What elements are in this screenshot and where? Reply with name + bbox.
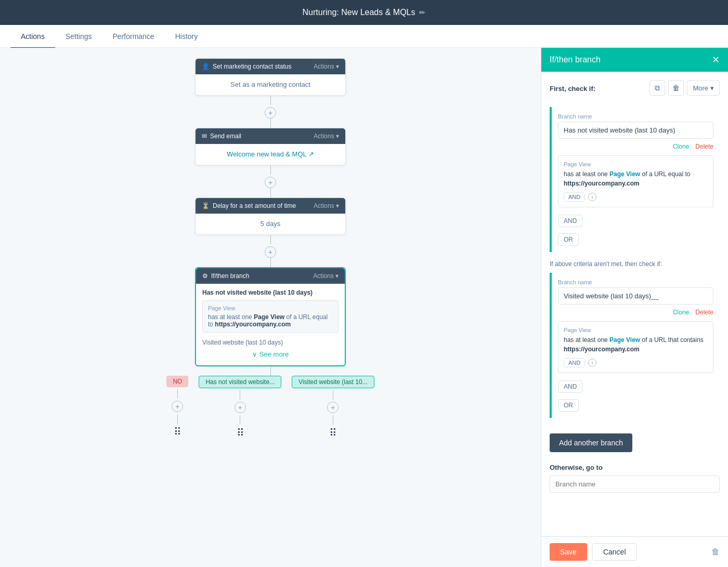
node-set-marketing-actions[interactable]: Actions ▾	[314, 63, 339, 70]
and-tag-2[interactable]: AND	[564, 358, 585, 367]
node-send-email-header: ✉ Send email Actions ▾	[196, 128, 345, 144]
condition-card-1: Page View has at least one Page View of …	[558, 155, 713, 207]
node-set-marketing-body: Set as a marketing contact	[196, 74, 345, 95]
person-icon: 👤	[202, 63, 210, 70]
branch-no-tag[interactable]: NO	[166, 376, 188, 387]
add-no-branch[interactable]: +	[172, 401, 183, 412]
branch1-delete[interactable]: Delete	[695, 143, 713, 150]
first-check-label: First, check if:	[550, 85, 595, 93]
delay-icon: ⏳	[202, 202, 210, 209]
save-button[interactable]: Save	[550, 543, 587, 561]
copy-btn[interactable]: ⧉	[649, 80, 665, 96]
node-set-marketing-text: Set as a marketing contact	[230, 81, 310, 88]
branch-section-1: Branch name Clone Delete Page View has a…	[550, 107, 720, 252]
page-view-label: Page View	[208, 305, 333, 311]
add-step-2[interactable]: +	[265, 177, 276, 188]
condition-text2b: of a URL that contains	[640, 336, 704, 344]
condition-text-1: has at least one Page View of a URL equa…	[564, 169, 708, 188]
edit-icon[interactable]: ✏	[419, 8, 425, 17]
condition-text: has at least one Page View of a URL equa…	[208, 313, 333, 328]
more-btn[interactable]: More ▾	[687, 80, 720, 96]
node-delay-body: 5 days	[196, 214, 345, 234]
add-step-3[interactable]: +	[265, 246, 276, 258]
tab-history[interactable]: History	[165, 25, 209, 48]
title-text: Nurturing: New Leads & MQLs	[303, 8, 415, 17]
panel-header: If/then branch ✕	[541, 48, 728, 72]
node-if-then-body: Has not visited website (last 10 days) P…	[196, 284, 345, 365]
node-if-then-actions[interactable]: Actions ▾	[313, 272, 339, 280]
branch2-name-label: Branch name	[558, 279, 713, 285]
branch-icon: ⚙	[202, 272, 208, 280]
drag-not-visited: ⠿	[237, 427, 244, 439]
node-set-marketing-title: Set marketing contact status	[213, 63, 291, 70]
otherwise-section: Otherwise, go to	[550, 464, 720, 493]
workflow-canvas: 👤 Set marketing contact status Actions ▾…	[0, 48, 541, 567]
branch-not-visited: Has not visited website... + ⠿	[199, 376, 281, 439]
branch1-clone[interactable]: Clone	[673, 143, 689, 150]
condition-footer-2: AND i	[564, 358, 708, 367]
top-bar: Nurturing: New Leads & MQLs ✏	[0, 0, 728, 25]
right-panel: If/then branch ✕ First, check if: ⧉ 🗑 Mo…	[541, 48, 728, 567]
branch-not-visited-tag[interactable]: Has not visited website...	[199, 376, 281, 388]
connector-1: +	[265, 96, 276, 128]
branch2-name-input[interactable]	[558, 287, 713, 305]
connector-3: +	[265, 235, 276, 267]
branch-visited-tag[interactable]: Visited website (last 10...	[292, 376, 374, 388]
node-send-email-title: Send email	[210, 133, 241, 140]
branch-section-2: Branch name Clone Delete Page View has a…	[550, 273, 720, 418]
condition-card-2: Page View has at least one Page View of …	[558, 321, 713, 373]
node-send-email-actions[interactable]: Actions ▾	[314, 133, 339, 140]
cancel-button[interactable]: Cancel	[592, 543, 637, 561]
otherwise-input[interactable]	[550, 476, 720, 493]
info-icon-2[interactable]: i	[588, 359, 596, 367]
add-visited-branch[interactable]: +	[327, 402, 339, 413]
panel-body: First, check if: ⧉ 🗑 More ▾	[541, 72, 728, 536]
info-icon-1[interactable]: i	[588, 193, 596, 201]
or-btn-1[interactable]: OR	[558, 233, 579, 246]
more-label: More	[693, 84, 708, 92]
workflow-title: Nurturing: New Leads & MQLs ✏	[303, 8, 426, 17]
and-btn-2[interactable]: AND	[558, 380, 582, 393]
branch1-name-input[interactable]	[558, 122, 713, 139]
add-not-visited-branch[interactable]: +	[235, 402, 246, 413]
panel-footer: Save Cancel 🗑	[541, 536, 728, 567]
second-check-label: If above criteria aren't met, then check…	[550, 260, 720, 268]
branch2-links: Clone Delete	[558, 309, 713, 316]
workflow-column: 👤 Set marketing contact status Actions ▾…	[120, 58, 421, 439]
bottom-connector	[270, 366, 271, 376]
condition-text-2: has at least one Page View of a URL that…	[564, 335, 708, 354]
or-btn-2[interactable]: OR	[558, 399, 579, 412]
tab-settings[interactable]: Settings	[55, 25, 102, 48]
and-tag-1[interactable]: AND	[564, 192, 585, 202]
condition-text2a: has at least one	[564, 336, 609, 344]
branch2-delete[interactable]: Delete	[695, 309, 713, 316]
add-step-1[interactable]: +	[265, 107, 276, 118]
panel-close-icon[interactable]: ✕	[712, 54, 720, 65]
branch1-name-label: Branch name	[558, 113, 713, 120]
email-link[interactable]: Welcome new lead & MQL ↗	[202, 150, 339, 158]
node-delay-actions[interactable]: Actions ▾	[314, 202, 339, 209]
nav-tabs: Actions Settings Performance History	[0, 25, 728, 48]
add-branch-button[interactable]: Add another branch	[550, 433, 632, 452]
node-send-email-body: Welcome new lead & MQL ↗	[196, 144, 345, 165]
delete-icon[interactable]: 🗑	[711, 547, 720, 557]
node-delay-text: 5 days	[261, 220, 280, 228]
branch2-clone[interactable]: Clone	[673, 309, 689, 316]
see-more-btn[interactable]: ∨ See more	[202, 348, 339, 360]
drag-visited: ⠿	[329, 427, 336, 439]
condition-link-2[interactable]: Page View	[609, 336, 640, 344]
condition-type-2: Page View	[564, 327, 708, 333]
condition-text1b: of a URL equal to	[640, 170, 690, 178]
condition-text1a: has at least one	[564, 170, 609, 178]
condition-url-2: https://yourcompany.com	[564, 346, 640, 353]
node-delay: ⏳ Delay for a set amount of time Actions…	[195, 197, 346, 235]
node-if-then: ⚙ If/then branch Actions ▾ Has not visit…	[195, 267, 346, 366]
node-delay-header: ⏳ Delay for a set amount of time Actions…	[196, 198, 345, 214]
and-btn-1[interactable]: AND	[558, 215, 582, 227]
node-set-marketing: 👤 Set marketing contact status Actions ▾…	[195, 58, 346, 96]
tab-performance[interactable]: Performance	[102, 25, 165, 48]
condition-link-1[interactable]: Page View	[609, 170, 640, 178]
trash-btn[interactable]: 🗑	[668, 80, 684, 96]
tab-actions[interactable]: Actions	[10, 25, 55, 48]
branch1-label: Has not visited website (last 10 days)	[202, 289, 339, 296]
